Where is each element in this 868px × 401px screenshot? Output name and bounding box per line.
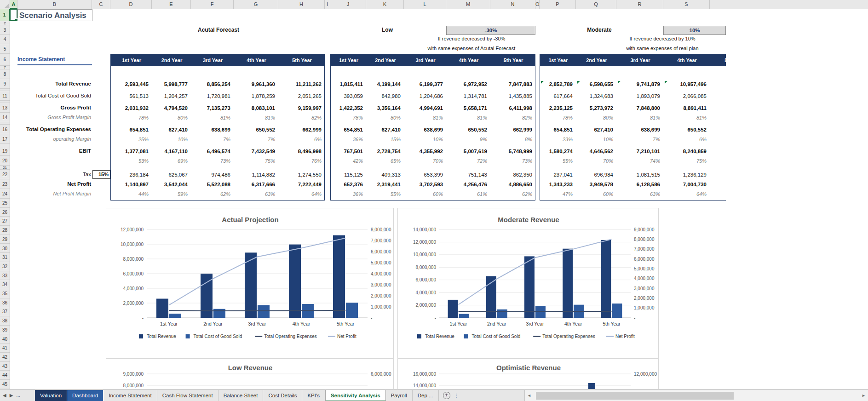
row-header-31[interactable]: 31 <box>0 253 10 262</box>
table-cell[interactable]: 2,235,125 <box>540 103 576 113</box>
table-cell[interactable]: 59% <box>152 189 191 199</box>
table-cell[interactable]: 7% <box>617 135 664 144</box>
table-cell[interactable]: 81% <box>664 113 710 123</box>
table-cell[interactable] <box>710 170 726 180</box>
row-header-9[interactable]: 9 <box>0 79 10 89</box>
column-header-M[interactable]: M <box>446 0 490 9</box>
moderate-subtitle-1[interactable]: If revenue decreased by 10% <box>593 36 731 43</box>
row-header-14[interactable]: 14 <box>0 113 10 122</box>
table-cell[interactable]: 1,140,897 <box>111 180 152 189</box>
horizontal-scrollbar[interactable]: ◄ ► <box>524 390 868 401</box>
row-header-39[interactable]: 39 <box>0 326 10 335</box>
table-cell[interactable]: 4,886,650 <box>491 180 535 189</box>
year-column-header[interactable]: 2nd Year <box>576 54 617 66</box>
add-sheet-button[interactable]: + <box>443 392 450 399</box>
table-cell[interactable]: 2,031,932 <box>111 103 152 113</box>
table-cell[interactable]: 2,728,754 <box>367 147 404 156</box>
table-cell[interactable]: 1,422,352 <box>331 103 367 113</box>
table-cell[interactable]: 64% <box>664 189 710 199</box>
table-cell[interactable]: 5,273,972 <box>576 103 617 113</box>
row-label-net-profit[interactable]: Net Profit <box>14 179 91 189</box>
tabs-overflow-indicator[interactable]: ... <box>16 393 20 398</box>
column-header-F[interactable]: F <box>191 0 234 9</box>
table-cell[interactable]: 974,486 <box>191 170 234 180</box>
table-cell[interactable] <box>710 180 726 189</box>
row-label-total-operating-expenses[interactable]: Total Operating Expenses <box>14 125 91 134</box>
table-cell[interactable]: 5,658,171 <box>447 103 491 113</box>
table-cell[interactable] <box>710 103 726 113</box>
select-all-corner[interactable] <box>0 0 10 9</box>
table-cell[interactable]: 6,972,952 <box>447 80 491 89</box>
table-cell[interactable]: 652,376 <box>331 180 367 189</box>
table-cell[interactable]: 6% <box>279 135 325 144</box>
row-header-22[interactable]: 22 <box>0 170 10 179</box>
row-header-37[interactable]: 37 <box>0 307 10 316</box>
row-header-6[interactable]: 6 <box>0 54 10 66</box>
table-cell[interactable]: 1,314,781 <box>447 92 491 101</box>
table-cell[interactable]: 76% <box>279 156 325 166</box>
table-cell[interactable]: 1,580,274 <box>540 147 576 156</box>
sheet-tab-income-statement[interactable]: Income Statement <box>103 390 157 401</box>
table-cell[interactable]: 409,313 <box>367 170 404 180</box>
table-cell[interactable] <box>710 147 726 156</box>
year-column-header[interactable]: 4th Year <box>447 54 491 66</box>
table-cell[interactable]: 81% <box>404 113 447 123</box>
column-header-P[interactable]: P <box>540 0 576 9</box>
table-cell[interactable]: 9,741,879 <box>617 80 664 89</box>
table-cell[interactable]: 650,552 <box>447 125 491 135</box>
sheet-tab-payroll[interactable]: Payroll <box>386 390 413 401</box>
table-cell[interactable]: 47% <box>540 189 576 199</box>
row-header-24[interactable]: 24 <box>0 189 10 199</box>
table-cell[interactable]: 80% <box>367 113 404 123</box>
table-cell[interactable] <box>710 80 726 89</box>
row-header-20[interactable]: 20 <box>0 156 10 166</box>
table-cell[interactable]: 69% <box>152 156 191 166</box>
table-cell[interactable]: 237,041 <box>540 170 576 180</box>
table-cell[interactable]: 5,998,777 <box>152 80 191 89</box>
table-cell[interactable]: 842,980 <box>367 92 404 101</box>
table-cell[interactable]: 638,699 <box>404 125 447 135</box>
row-label-total-cost-of-good-sold[interactable]: Total Cost of Good Sold <box>14 91 91 101</box>
table-cell[interactable]: 617,664 <box>540 92 576 101</box>
column-header-I[interactable]: I <box>325 0 330 9</box>
table-cell[interactable]: 6,199,377 <box>404 80 447 89</box>
table-cell[interactable]: 5,522,088 <box>191 180 234 189</box>
table-cell[interactable]: 75% <box>664 156 710 166</box>
table-cell[interactable]: 9,961,360 <box>234 80 279 89</box>
table-cell[interactable]: 78% <box>540 113 576 123</box>
row-label-gross-profit-margin[interactable]: Gross Profit Margin <box>14 113 91 122</box>
table-cell[interactable]: 1,114,882 <box>234 170 279 180</box>
table-cell[interactable]: 561,513 <box>111 92 152 101</box>
sheet-tab-sensitivity-analysis[interactable]: Sensitivity Analysis <box>325 390 386 401</box>
column-header-J[interactable]: J <box>330 0 366 9</box>
table-cell[interactable]: 7% <box>191 135 234 144</box>
table-cell[interactable]: 1,343,233 <box>540 180 576 189</box>
tabs-next-icon[interactable]: ▶ <box>10 393 13 398</box>
year-column-header[interactable]: 1st Year <box>540 54 576 66</box>
table-cell[interactable]: 4,199,144 <box>367 80 404 89</box>
column-header-G[interactable]: G <box>234 0 278 9</box>
row-header-34[interactable]: 34 <box>0 280 10 289</box>
column-header-K[interactable]: K <box>366 0 404 9</box>
year-column-header[interactable]: 4th Year <box>664 54 710 66</box>
table-cell[interactable]: 64% <box>279 189 325 199</box>
row-header-42[interactable]: 42 <box>0 353 10 362</box>
table-cell[interactable] <box>710 113 726 123</box>
table-cell[interactable]: 61% <box>447 189 491 199</box>
row-header-5[interactable]: 5 <box>0 44 10 54</box>
column-header-E[interactable]: E <box>152 0 191 9</box>
table-cell[interactable]: 6% <box>664 135 710 144</box>
table-cell[interactable]: 9,159,997 <box>279 103 325 113</box>
table-cell[interactable]: 115,125 <box>331 170 367 180</box>
table-cell[interactable]: 1,324,683 <box>576 92 617 101</box>
table-cell[interactable]: 78% <box>111 113 152 123</box>
column-header-A[interactable]: A <box>10 0 17 9</box>
table-cell[interactable]: 10% <box>576 135 617 144</box>
low-subtitle-2[interactable]: with same expenses of Acutal Forecast <box>402 46 540 53</box>
table-cell[interactable]: 696,984 <box>576 170 617 180</box>
table-cell[interactable]: 8% <box>491 135 535 144</box>
table-cell[interactable]: 767,501 <box>331 147 367 156</box>
year-column-header[interactable]: 5th Year <box>279 54 325 66</box>
table-cell[interactable]: 1,204,257 <box>152 92 191 101</box>
table-cell[interactable] <box>710 189 726 199</box>
